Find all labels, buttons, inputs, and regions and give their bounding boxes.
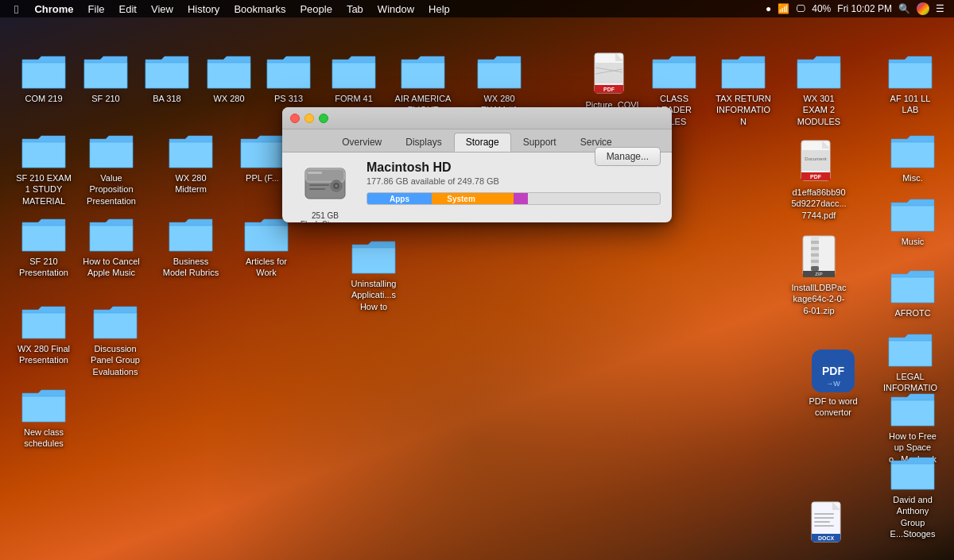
icon-label-valueprop: Value Proposition Presentation (80, 172, 142, 207)
folder-wx280midterm[interactable]: WX 280 Midterm (159, 131, 223, 196)
desktop-icons: COM 219 SF 210 BA 318 WX 280 PS 313 FORM… (0, 24, 954, 560)
icon-label-ppl: PPL (F... (243, 172, 281, 184)
folder-af101[interactable]: AF 101 LL LAB (878, 52, 942, 117)
folder-ps313[interactable]: PS 313 (257, 52, 320, 105)
icon-label-wx280final: WX 280 Final Presentation (13, 342, 75, 367)
menu-file[interactable]: File (82, 2, 111, 17)
menu-edit[interactable]: Edit (113, 2, 143, 17)
close-button[interactable] (290, 114, 300, 123)
folder-wx301exam2[interactable]: WX 301 EXAM 2 MODULES (787, 52, 851, 128)
svg-text:→W: →W (826, 380, 840, 388)
icon-label-sf210: SF 210 (89, 92, 122, 105)
tab-storage[interactable]: Storage (454, 133, 511, 152)
screen-icon[interactable]: 🖵 (796, 3, 805, 14)
hdd-icon-area: 251 GB Flash Storage (293, 160, 357, 222)
folder-com219[interactable]: COM 219 (12, 52, 76, 105)
icon-label-af101: AF 101 LL LAB (879, 92, 941, 117)
icon-label-businessmodel: Business Model Rubrics (160, 255, 222, 280)
svg-rect-18 (811, 253, 819, 257)
tab-support[interactable]: Support (511, 133, 568, 152)
svg-rect-17 (811, 247, 819, 250)
traffic-lights (290, 114, 328, 123)
folder-sf210pres[interactable]: SF 210 Presentation (12, 214, 76, 280)
icon-label-ps313: PS 313 (272, 92, 305, 105)
menu-people[interactable]: People (293, 2, 338, 17)
menu-history[interactable]: History (181, 2, 226, 17)
spotlight-icon[interactable]: 🔍 (898, 3, 910, 14)
icon-label-uninstalling: Uninstalling Applicati...s How to (343, 277, 405, 313)
svg-rect-31 (814, 521, 830, 523)
folder-wx280final[interactable]: WX 280 Final Presentation (12, 302, 76, 367)
svg-text:ZIP: ZIP (815, 272, 822, 276)
dialog-content: 251 GB Flash Storage Macintosh HD 177.86… (282, 153, 672, 222)
file-davidanthony[interactable]: DOCX (797, 500, 861, 549)
menu-window[interactable]: Window (371, 2, 421, 17)
maximize-button[interactable] (319, 114, 328, 123)
folder-articleswork[interactable]: Articles for Work (235, 214, 298, 280)
other-bar (514, 193, 528, 204)
folder-uninstalling[interactable]: Uninstalling Applicati...s How to (342, 237, 405, 313)
total-size: 251 GB (301, 211, 350, 220)
menu-view[interactable]: View (145, 2, 180, 17)
app-name[interactable]: Chrome (28, 2, 80, 17)
folder-wx280[interactable]: WX 280 (197, 52, 261, 105)
menu-bookmarks[interactable]: Bookmarks (227, 2, 292, 17)
battery-indicator[interactable]: 40% (812, 3, 831, 14)
apple-menu[interactable]:  (6, 1, 26, 17)
icon-label-wx280: WX 280 (211, 92, 246, 105)
hdd-size-label: 251 GB Flash Storage (301, 211, 350, 222)
system-dialog: Overview Displays Storage Support Servic… (282, 107, 672, 222)
folder-afrotc[interactable]: AFROTC (881, 266, 944, 319)
notification-icon[interactable]: ☰ (936, 3, 944, 14)
icon-label-ba318: BA 318 (150, 92, 183, 105)
icon-label-taxreturn: TAX RETURN INFORMATION (712, 92, 774, 128)
storage-bar: Apps System (366, 192, 661, 205)
icon-label-articleswork: Articles for Work (235, 255, 297, 280)
icon-label-freespace: New class schedules (13, 426, 75, 450)
folder-music[interactable]: Music (881, 195, 944, 248)
minimize-button[interactable] (304, 114, 314, 123)
icon-label-wx280midterm: WX 280 Midterm (160, 172, 222, 196)
siri-icon[interactable]: ● (766, 3, 771, 14)
wifi-icon[interactable]: 📶 (778, 3, 789, 14)
menu-help[interactable]: Help (422, 2, 456, 17)
chrome-icon[interactable] (917, 2, 929, 15)
folder-form41[interactable]: FORM 41 (322, 52, 386, 105)
menubar-left:  Chrome File Edit View History Bookmark… (0, 1, 456, 17)
svg-rect-32 (814, 525, 834, 527)
storage-type: Flash Storage (301, 220, 350, 222)
dialog-titlebar (282, 107, 672, 129)
folder-valueprop[interactable]: Value Proposition Presentation (80, 131, 143, 207)
folder-businessmodel[interactable]: Business Model Rubrics (159, 214, 223, 280)
svg-rect-29 (814, 513, 834, 515)
icon-label-sf210pres: SF 210 Presentation (13, 255, 75, 280)
folder-cancelapple[interactable]: How to Cancel Apple Music (80, 214, 143, 280)
icon-label-pdftoword: PDF to word convertor (802, 395, 864, 419)
manage-button[interactable]: Manage... (595, 147, 661, 166)
tab-overview[interactable]: Overview (330, 133, 394, 152)
svg-rect-19 (811, 260, 819, 263)
svg-text:DOCX: DOCX (818, 535, 835, 541)
app-pdftoword[interactable]: PDF →W PDF to word convertor (801, 350, 865, 419)
folder-ba318[interactable]: BA 318 (135, 52, 199, 105)
tab-displays[interactable]: Displays (394, 133, 453, 152)
folder-misc[interactable]: Misc. (881, 131, 944, 184)
folder-newclass[interactable]: David and Anthony Group E...Stooges (881, 453, 944, 540)
menu-tab[interactable]: Tab (340, 2, 370, 17)
svg-text:Document: Document (805, 156, 827, 161)
folder-discussionpanel[interactable]: Discussion Panel Group Evaluations (83, 302, 147, 378)
svg-rect-16 (811, 241, 819, 244)
file-d1effa[interactable]: Document PDF d1effa86bb905d9227dacc...77… (787, 139, 851, 222)
svg-text:PDF: PDF (822, 365, 844, 377)
folder-sf210[interactable]: SF 210 (74, 52, 138, 105)
file-installldb[interactable]: ZIP ZIP InstallLDBPackage64c-2-0-6-01.zi… (787, 234, 851, 317)
hdd-icon (301, 160, 349, 208)
folder-sf210exam1[interactable]: SF 210 EXAM 1 STUDY MATERIAL (12, 131, 76, 207)
svg-rect-42 (309, 188, 325, 190)
storage-available: 177.86 GB available of 249.78 GB (366, 176, 661, 186)
folder-freespace[interactable]: New class schedules (12, 385, 76, 450)
apps-bar: Apps (367, 193, 432, 204)
menubar-right: ● 📶 🖵 40% Fri 10:02 PM 🔍 ☰ (766, 2, 954, 15)
menubar:  Chrome File Edit View History Bookmark… (0, 0, 954, 17)
folder-taxreturn[interactable]: TAX RETURN INFORMATION (712, 52, 775, 128)
